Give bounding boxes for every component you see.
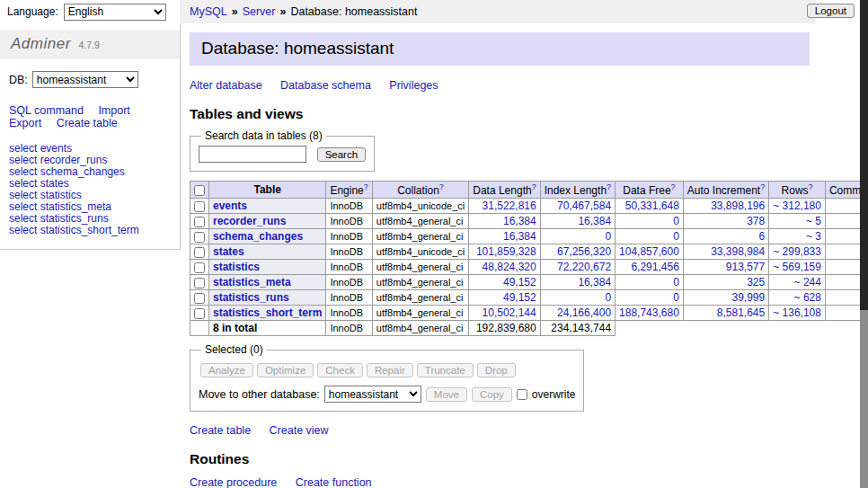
auto-increment-link[interactable]: 325 bbox=[747, 276, 765, 288]
help-link[interactable]: ? bbox=[532, 182, 536, 191]
table-row: statistics_metaInnoDButf8mb4_general_ci4… bbox=[190, 275, 861, 290]
import-link[interactable]: Import bbox=[98, 104, 129, 117]
index-length-link[interactable]: 67,256,320 bbox=[557, 245, 611, 258]
auto-increment-link[interactable]: 6 bbox=[759, 230, 766, 243]
scrollbar[interactable] bbox=[860, 0, 868, 488]
help-link[interactable]: ? bbox=[439, 182, 444, 191]
copy-button[interactable]: Copy bbox=[472, 387, 512, 402]
data-length-link[interactable]: 48,824,320 bbox=[483, 261, 536, 273]
table-name-link[interactable]: events bbox=[213, 200, 247, 212]
data-free-link[interactable]: 0 bbox=[673, 276, 679, 288]
rows-link[interactable]: ~ 244 bbox=[794, 276, 821, 288]
row-checkbox[interactable] bbox=[194, 247, 205, 258]
logout-button[interactable]: Logout bbox=[807, 4, 855, 18]
create-table-bottom-link[interactable]: Create table bbox=[190, 424, 251, 437]
help-link[interactable]: ? bbox=[607, 182, 611, 191]
check-button[interactable]: Check bbox=[317, 363, 363, 377]
rows-link[interactable]: ~ 569,159 bbox=[773, 261, 821, 273]
analyze-button[interactable]: Analyze bbox=[200, 363, 253, 377]
rows-link[interactable]: ~ 312,180 bbox=[773, 200, 821, 212]
table-name-link[interactable]: schema_changes bbox=[213, 230, 303, 243]
engine-cell: InnoDB bbox=[326, 275, 372, 290]
auto-increment-link[interactable]: 913,577 bbox=[726, 261, 765, 273]
drop-button[interactable]: Drop bbox=[477, 363, 516, 377]
help-link[interactable]: ? bbox=[671, 182, 676, 191]
create-function-link[interactable]: Create function bbox=[296, 476, 372, 488]
rows-cell: ~ 569,159 bbox=[769, 260, 826, 275]
table-name-link[interactable]: statistics_meta bbox=[213, 276, 291, 288]
index-length-link[interactable]: 16,384 bbox=[578, 276, 611, 288]
index-length-link[interactable]: 0 bbox=[605, 291, 611, 304]
move-database-select[interactable]: homeassistant bbox=[324, 386, 421, 403]
data-length-link[interactable]: 10,502,144 bbox=[483, 306, 536, 319]
search-button[interactable]: Search bbox=[317, 147, 366, 162]
index-length-link[interactable]: 70,467,584 bbox=[557, 200, 611, 212]
select-all-checkbox[interactable] bbox=[194, 185, 205, 196]
row-checkbox[interactable] bbox=[194, 232, 205, 243]
truncate-button[interactable]: Truncate bbox=[417, 363, 474, 377]
table-name-link[interactable]: statistics_runs bbox=[213, 291, 289, 304]
sidebar-table-link[interactable]: select statistics_short_term bbox=[9, 225, 171, 236]
breadcrumb-mysql-link[interactable]: MySQL bbox=[190, 5, 227, 18]
export-link[interactable]: Export bbox=[9, 117, 41, 129]
data-length-link[interactable]: 49,152 bbox=[503, 276, 536, 288]
data-free-link[interactable]: 50,331,648 bbox=[625, 200, 679, 212]
data-free-link[interactable]: 0 bbox=[673, 215, 679, 227]
rows-link[interactable]: ~ 299,833 bbox=[773, 245, 821, 258]
optimize-button[interactable]: Optimize bbox=[257, 363, 314, 377]
row-checkbox[interactable] bbox=[194, 278, 205, 288]
rows-link[interactable]: ~ 628 bbox=[794, 291, 821, 304]
db-select[interactable]: homeassistant bbox=[32, 71, 138, 88]
help-link[interactable]: ? bbox=[364, 182, 368, 191]
data-free-link[interactable]: 188,743,680 bbox=[619, 306, 679, 319]
row-checkbox[interactable] bbox=[194, 262, 205, 273]
move-button[interactable]: Move bbox=[426, 387, 467, 402]
data-free-link[interactable]: 104,857,600 bbox=[619, 245, 679, 258]
row-checkbox[interactable] bbox=[194, 217, 205, 227]
data-free-link[interactable]: 0 bbox=[673, 230, 679, 243]
breadcrumb-server-link[interactable]: Server bbox=[243, 5, 276, 18]
alter-database-link[interactable]: Alter database bbox=[190, 79, 262, 92]
create-view-link[interactable]: Create view bbox=[270, 424, 329, 437]
table-name-link[interactable]: statistics_short_term bbox=[213, 306, 322, 319]
data-length-link[interactable]: 16,384 bbox=[503, 215, 536, 227]
row-checkbox[interactable] bbox=[194, 308, 205, 319]
rows-link[interactable]: ~ 5 bbox=[806, 215, 821, 227]
data-free-link[interactable]: 0 bbox=[673, 291, 679, 304]
row-checkbox[interactable] bbox=[194, 293, 205, 304]
search-input[interactable] bbox=[199, 146, 306, 163]
scrollbar-thumb[interactable] bbox=[860, 0, 868, 310]
data-length-link[interactable]: 16,384 bbox=[503, 230, 536, 243]
index-length-link[interactable]: 72,220,672 bbox=[557, 261, 611, 273]
index-length-link[interactable]: 0 bbox=[605, 230, 611, 243]
help-link[interactable]: ? bbox=[760, 182, 765, 191]
data-length-link[interactable]: 31,522,816 bbox=[483, 200, 536, 212]
table-name-link[interactable]: recorder_runs bbox=[213, 215, 286, 227]
index-length-link[interactable]: 24,166,400 bbox=[557, 306, 611, 319]
help-link[interactable]: ? bbox=[809, 182, 813, 191]
index-length-link[interactable]: 16,384 bbox=[578, 215, 611, 227]
auto-increment-link[interactable]: 33,398,984 bbox=[711, 245, 765, 258]
auto-increment-link[interactable]: 8,581,645 bbox=[717, 306, 765, 319]
row-checkbox[interactable] bbox=[194, 201, 205, 212]
create-procedure-link[interactable]: Create procedure bbox=[190, 476, 277, 488]
rows-link[interactable]: ~ 3 bbox=[806, 230, 821, 243]
database-schema-link[interactable]: Database schema bbox=[280, 79, 371, 92]
sql-command-link[interactable]: SQL command bbox=[9, 104, 84, 117]
overwrite-checkbox[interactable] bbox=[517, 389, 527, 400]
table-name-link[interactable]: statistics bbox=[213, 261, 260, 273]
rows-cell: ~ 628 bbox=[769, 290, 826, 306]
repair-button[interactable]: Repair bbox=[367, 363, 413, 377]
row-check-cell bbox=[190, 214, 209, 229]
data-length-link[interactable]: 49,152 bbox=[503, 291, 536, 304]
language-select[interactable]: English bbox=[64, 4, 166, 21]
data-free-link[interactable]: 6,291,456 bbox=[631, 261, 678, 273]
rows-link[interactable]: ~ 136,108 bbox=[773, 306, 821, 319]
data-length-link[interactable]: 101,859,328 bbox=[476, 245, 536, 258]
auto-increment-link[interactable]: 378 bbox=[747, 215, 765, 227]
auto-increment-link[interactable]: 39,999 bbox=[732, 291, 766, 304]
create-table-link[interactable]: Create table bbox=[57, 117, 118, 129]
privileges-link[interactable]: Privileges bbox=[389, 79, 438, 92]
auto-increment-link[interactable]: 33,898,196 bbox=[711, 200, 765, 212]
table-name-link[interactable]: states bbox=[213, 245, 244, 258]
